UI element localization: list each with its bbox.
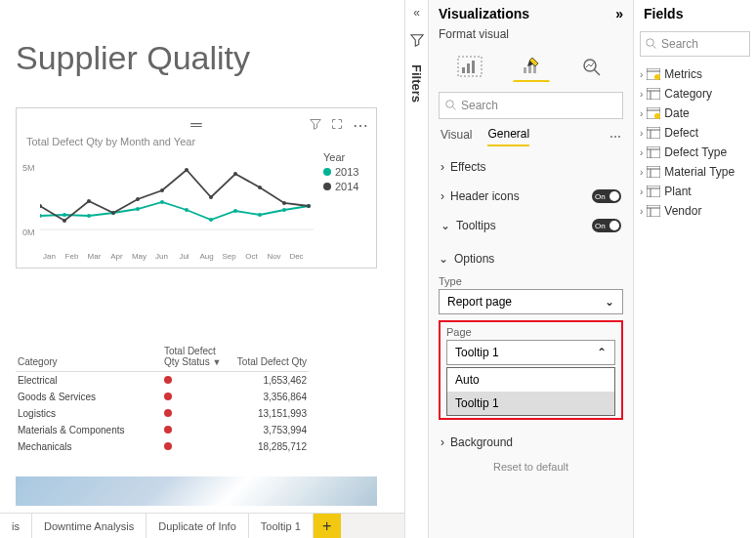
table-row[interactable]: Logistics13,151,993: [16, 405, 309, 422]
drag-handle-icon[interactable]: ═: [190, 116, 201, 134]
field-table[interactable]: ›Vendor: [634, 201, 756, 221]
svg-point-19: [185, 168, 189, 172]
collapse-right-icon[interactable]: »: [615, 6, 623, 21]
status-dot-icon: [164, 426, 172, 434]
line-chart-visual[interactable]: ═ ⋯ Total Defect Qty by Month and Year 5…: [16, 107, 377, 269]
page-tab[interactable]: Tooltip 1: [249, 514, 314, 538]
map-visual[interactable]: [16, 476, 377, 506]
svg-point-36: [647, 39, 654, 47]
section-options[interactable]: ⌄Options: [439, 248, 623, 269]
field-table[interactable]: ›Date: [634, 103, 756, 123]
reset-to-default[interactable]: Reset to default: [429, 457, 633, 476]
page-label: Page: [446, 326, 615, 338]
tab-visual[interactable]: Visual: [441, 128, 472, 145]
add-page-button[interactable]: +: [314, 514, 341, 538]
page-dropdown-options: Auto Tooltip 1: [446, 367, 615, 416]
svg-rect-56: [647, 186, 660, 197]
type-dropdown[interactable]: Report page⌄: [439, 289, 623, 314]
report-canvas[interactable]: Supplier Quality ═ ⋯ Total Defect Qty by…: [0, 0, 404, 538]
table-header[interactable]: Total Defect Qty Status ▼: [162, 342, 231, 372]
header-icons-toggle[interactable]: On: [592, 189, 621, 203]
chevron-right-icon: ›: [640, 147, 643, 158]
table-cell: Materials & Components: [16, 422, 162, 438]
chevron-right-icon: ›: [441, 189, 444, 203]
page-tab[interactable]: Duplicate of Info: [147, 514, 249, 538]
table-row[interactable]: Mechanicals18,285,712: [16, 438, 309, 455]
svg-line-35: [453, 107, 456, 110]
svg-point-17: [136, 197, 140, 201]
svg-point-34: [446, 101, 454, 108]
pane-title: Visualizations: [439, 6, 529, 21]
chevron-down-icon: ⌄: [605, 295, 614, 309]
table-cell: 3,753,994: [231, 422, 309, 438]
filters-label: Filters: [409, 64, 424, 103]
sort-down-icon: ▼: [212, 357, 221, 367]
status-dot-icon: [164, 393, 172, 400]
svg-point-3: [87, 214, 91, 218]
chevron-right-icon: ›: [640, 89, 643, 100]
svg-point-16: [111, 211, 115, 215]
table-visual[interactable]: Category Total Defect Qty Status ▼ Total…: [16, 342, 309, 455]
field-table[interactable]: ›Category: [634, 84, 756, 103]
section-tooltips[interactable]: ⌄TooltipsOn: [429, 211, 633, 240]
svg-rect-28: [472, 61, 475, 73]
field-table[interactable]: ›Defect Type: [634, 143, 756, 162]
filters-icon[interactable]: [410, 33, 424, 51]
field-table[interactable]: ›Defect: [634, 123, 756, 143]
expand-left-icon[interactable]: «: [413, 6, 420, 20]
tab-general[interactable]: General: [487, 127, 529, 146]
y-tick: 5M: [22, 163, 35, 173]
svg-rect-59: [647, 205, 660, 217]
dropdown-option[interactable]: Tooltip 1: [447, 392, 614, 415]
build-visual-button[interactable]: [451, 51, 488, 82]
table-header[interactable]: Total Defect Qty: [231, 342, 309, 372]
more-icon[interactable]: ⋯: [609, 130, 621, 144]
more-options-icon[interactable]: ⋯: [353, 116, 368, 134]
svg-point-7: [185, 208, 189, 212]
tooltips-toggle[interactable]: On: [592, 219, 621, 232]
format-search-input[interactable]: Search: [439, 92, 623, 119]
section-header-icons[interactable]: ›Header iconsOn: [429, 182, 633, 211]
table-cell: [162, 372, 231, 390]
field-table[interactable]: ›Material Type: [634, 162, 756, 182]
legend-item[interactable]: 2013: [335, 166, 358, 178]
table-row[interactable]: Materials & Components3,753,994: [16, 422, 309, 438]
format-visual-button[interactable]: [513, 51, 550, 82]
chevron-up-icon: ⌃: [597, 346, 607, 359]
svg-line-37: [653, 46, 656, 49]
table-row[interactable]: Goods & Services3,356,864: [16, 389, 309, 405]
filter-icon[interactable]: [310, 116, 321, 134]
table-cell: 1,653,462: [231, 372, 309, 390]
dropdown-option[interactable]: Auto: [447, 368, 614, 392]
analytics-button[interactable]: [574, 51, 611, 82]
chevron-right-icon: ›: [441, 435, 444, 449]
svg-point-10: [258, 213, 262, 217]
table-cell: 18,285,712: [231, 438, 309, 455]
filters-pane-collapsed[interactable]: « Filters: [404, 0, 428, 538]
svg-rect-29: [524, 67, 526, 73]
field-table[interactable]: ›Plant: [634, 182, 756, 201]
status-dot-icon: [164, 442, 172, 450]
table-row[interactable]: Electrical1,653,462: [16, 372, 309, 390]
legend-item[interactable]: 2014: [335, 181, 358, 192]
section-effects[interactable]: ›Effects: [429, 152, 633, 182]
page-tab[interactable]: is: [0, 514, 32, 538]
field-table[interactable]: ›Metrics: [634, 64, 756, 84]
svg-point-6: [160, 200, 164, 204]
page-dropdown[interactable]: Tooltip 1⌃: [446, 340, 615, 365]
chevron-right-icon: ›: [441, 160, 444, 174]
svg-rect-41: [647, 88, 660, 100]
section-background[interactable]: ›Background: [429, 428, 633, 457]
svg-point-5: [136, 207, 140, 211]
x-axis-labels: JanFebMarAprMayJunJulAugSepOctNovDec: [38, 252, 317, 261]
date-table-icon: [647, 107, 660, 119]
page-tab[interactable]: Downtime Analysis: [32, 514, 147, 538]
visualizations-pane: Visualizations » Format visual Search Vi…: [428, 0, 633, 538]
page-title: Supplier Quality: [0, 0, 404, 77]
pane-title: Fields: [644, 6, 683, 21]
focus-mode-icon[interactable]: [331, 116, 343, 134]
table-header[interactable]: Category: [16, 342, 162, 372]
table-cell: Goods & Services: [16, 389, 162, 405]
status-dot-icon: [164, 409, 172, 417]
fields-search-input[interactable]: Search: [640, 31, 750, 57]
